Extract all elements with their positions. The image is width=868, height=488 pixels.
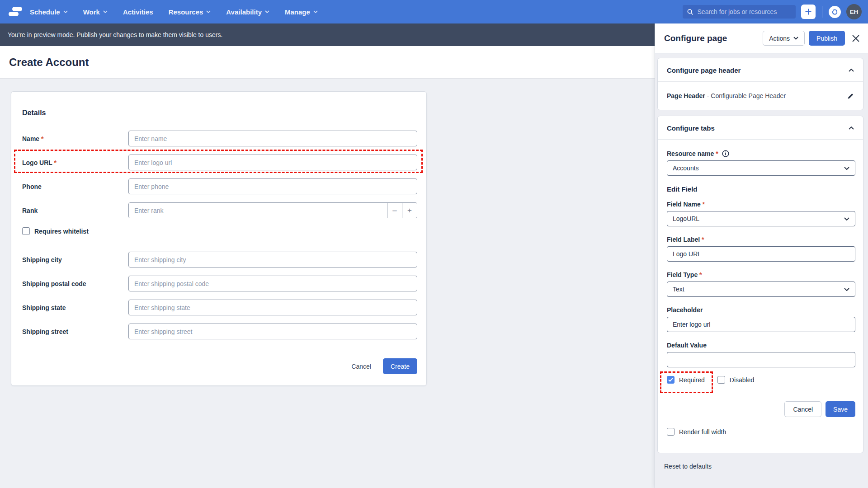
plus-icon: + [407,206,412,215]
shipping-state-input[interactable] [128,300,417,315]
edit-page-header-button[interactable] [847,93,854,99]
requires-whitelist-checkbox[interactable] [22,227,30,235]
pencil-icon [847,93,854,99]
nav-item-work[interactable]: Work [83,8,108,16]
preview-mode-banner: You're in preview mode. Publish your cha… [0,23,655,46]
chevron-up-icon [849,69,854,72]
required-checkbox-label: Required [679,376,705,384]
required-checkbox[interactable] [667,376,675,384]
name-input[interactable] [128,131,417,146]
field-name-value: LogoURL [673,215,699,222]
page-header-component-text: Page Header - Configurable Page Header [667,92,786,99]
publish-button[interactable]: Publish [809,31,845,46]
panel-title: Configure page [664,33,763,43]
create-new-button[interactable] [801,5,816,19]
user-avatar[interactable]: EH [846,4,862,19]
configure-page-header-card: Configure page header Page Header - Conf… [657,58,863,110]
details-section-title: Details [22,109,417,117]
shipping-state-label: Shipping state [22,304,128,311]
create-account-card: Details Name Logo URL Phone [11,91,427,386]
name-field-row: Name [22,131,417,146]
rank-input[interactable] [129,203,387,218]
page-title: Create Account [9,56,89,69]
default-value-input[interactable] [667,352,855,367]
close-panel-button[interactable] [852,34,860,42]
nav-item-label: Resources [169,8,203,16]
nav-menu: Schedule Work Activities Resources Avail… [30,8,318,16]
default-value-label-row: Default Value [667,342,855,349]
nav-item-availability[interactable]: Availability [226,8,269,16]
search-input[interactable] [698,8,791,15]
component-desc: - Configurable Page Header [705,92,786,99]
name-label: Name [22,135,128,142]
logo-url-input[interactable] [128,155,417,170]
field-type-label-row: Field Type [667,271,855,278]
field-name-select[interactable]: LogoURL [667,211,855,226]
shipping-city-field-row: Shipping city [22,252,417,267]
configure-tabs-card: Configure tabs Resource name Accounts Ed… [657,116,863,453]
create-button[interactable]: Create [383,358,417,374]
panel-body: Configure page header Page Header - Conf… [655,53,868,488]
render-full-width-checkbox[interactable] [667,428,675,436]
shipping-city-label: Shipping city [22,256,128,263]
required-disabled-row: Required Disabled [667,376,855,384]
field-name-label: Field Name [667,201,705,208]
shipping-postal-code-field-row: Shipping postal code [22,276,417,291]
search-icon [687,9,693,15]
shipping-city-input[interactable] [128,252,417,267]
nav-item-label: Manage [285,8,310,16]
logo-url-field-row: Logo URL [22,155,417,170]
actions-button-label: Actions [769,35,790,42]
nav-item-schedule[interactable]: Schedule [30,8,68,16]
page-content: Details Name Logo URL Phone [0,79,655,488]
shipping-postal-code-label: Shipping postal code [22,280,128,287]
shipping-postal-code-input[interactable] [128,276,417,291]
rank-field-row: Rank – + [22,202,417,218]
shipping-street-input[interactable] [128,324,417,339]
rank-increment-button[interactable]: + [402,203,417,218]
global-search [683,5,796,19]
field-label-input[interactable] [667,246,855,262]
configure-tabs-toggle[interactable]: Configure tabs [658,116,863,140]
shipping-street-field-row: Shipping street [22,324,417,339]
info-icon[interactable] [722,150,729,157]
disabled-checkbox[interactable] [717,376,725,384]
phone-input[interactable] [128,178,417,194]
nav-item-manage[interactable]: Manage [285,8,318,16]
placeholder-label-row: Placeholder [667,306,855,314]
resource-name-value: Accounts [673,164,699,172]
chevron-down-icon [844,217,849,221]
resource-name-label-row: Resource name [667,150,855,157]
cancel-button[interactable]: Cancel [344,358,378,374]
nav-item-activities[interactable]: Activities [123,8,153,16]
chevron-up-icon [849,127,854,130]
panel-cancel-button[interactable]: Cancel [784,401,821,417]
resource-name-select[interactable]: Accounts [667,160,855,176]
skedulo-logo-icon[interactable] [8,6,23,18]
top-nav: Schedule Work Activities Resources Avail… [0,0,868,23]
requires-whitelist-row: Requires whitelist [22,227,417,235]
reset-to-defaults-link[interactable]: Reset to defaults [664,463,863,470]
panel-save-button[interactable]: Save [826,401,855,417]
chevron-down-icon [844,288,849,291]
chevron-down-icon [313,10,318,13]
component-name: Page Header [667,92,705,99]
field-type-select[interactable]: Text [667,282,855,297]
configure-page-header-title: Configure page header [667,66,741,74]
field-type-value: Text [673,286,684,293]
rank-stepper: – + [128,202,417,218]
chevron-down-icon [103,10,108,13]
rank-decrement-button[interactable]: – [387,203,402,218]
help-button[interactable] [829,6,841,18]
actions-button[interactable]: Actions [763,31,805,46]
field-label-label-row: Field Label [667,236,855,243]
shipping-street-label: Shipping street [22,328,128,335]
nav-item-resources[interactable]: Resources [169,8,211,16]
configure-page-header-toggle[interactable]: Configure page header [658,58,863,82]
page-header-band: Create Account [0,46,655,79]
placeholder-input[interactable] [667,317,855,332]
nav-item-label: Activities [123,8,153,16]
nav-item-label: Work [83,8,100,16]
phone-label: Phone [22,183,128,190]
field-name-label-row: Field Name [667,201,855,208]
